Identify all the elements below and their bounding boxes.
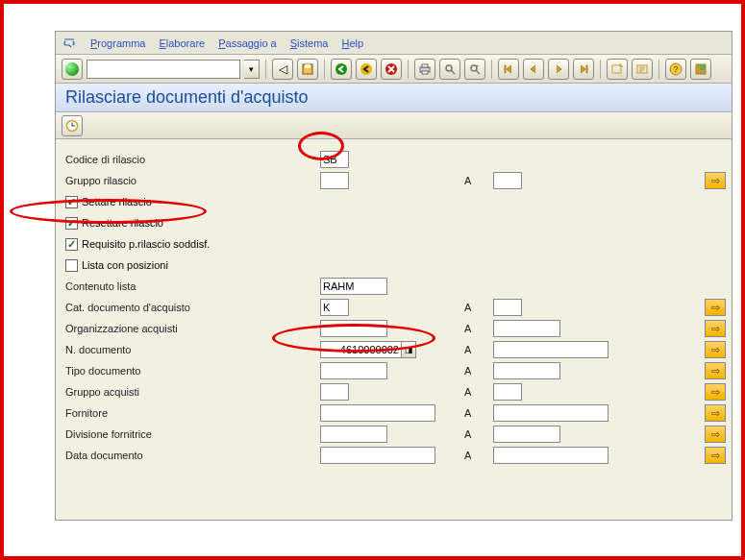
label-org-acq: Organizzazione acquisti	[65, 323, 258, 334]
contenuto-input[interactable]	[320, 278, 387, 295]
execute-button[interactable]	[62, 115, 83, 136]
label-fornitore: Fornitore	[65, 407, 258, 419]
cancel-icon[interactable]	[381, 59, 402, 80]
label-div-forn: Divisione fornitrice	[65, 428, 258, 440]
svg-line-9	[451, 70, 455, 74]
menu-elaborare[interactable]: Elaborare	[159, 37, 205, 49]
org-acq-input[interactable]	[320, 320, 387, 337]
help-icon[interactable]: ?	[665, 59, 686, 80]
org-acq-to-input[interactable]	[493, 320, 560, 337]
system-menu-icon[interactable]	[62, 36, 77, 51]
svg-point-3	[360, 63, 372, 75]
fornitore-input[interactable]	[320, 404, 435, 422]
data-doc-input[interactable]	[320, 447, 435, 464]
cat-doc-to-input[interactable]	[493, 299, 522, 316]
nav-exit-icon[interactable]	[356, 59, 377, 80]
to-label: A	[464, 386, 471, 398]
multi-select-gruppo-rilascio[interactable]: ⇨	[705, 172, 726, 189]
svg-line-11	[476, 70, 480, 74]
label-codice-rilascio: Codice di rilascio	[65, 154, 258, 165]
n-doc-to-input[interactable]	[493, 341, 608, 358]
label-resettare: Resettare rilascio	[82, 217, 163, 229]
tipo-doc-to-input[interactable]	[493, 362, 560, 379]
next-page-icon[interactable]	[548, 59, 569, 80]
label-n-doc: N. documento	[65, 344, 258, 355]
svg-text:+: +	[476, 62, 480, 68]
prev-page-icon[interactable]	[523, 59, 544, 80]
label-lista: Lista con posizioni	[82, 259, 168, 271]
svg-rect-18	[700, 64, 706, 70]
find-next-icon[interactable]: +	[464, 59, 485, 80]
layout-icon[interactable]	[690, 59, 711, 80]
to-label: A	[464, 175, 471, 186]
multi-select-gruppo-acq[interactable]: ⇨	[705, 383, 726, 401]
svg-rect-6	[422, 64, 428, 67]
svg-rect-1	[305, 64, 310, 68]
command-field[interactable]	[87, 60, 240, 79]
page-title: Rilasciare documenti d'acquisto	[56, 84, 732, 112]
label-tipo-doc: Tipo documento	[65, 365, 258, 377]
menu-sistema[interactable]: Sistema	[290, 37, 329, 49]
data-doc-to-input[interactable]	[493, 447, 608, 464]
multi-select-div-forn[interactable]: ⇨	[705, 426, 726, 443]
to-label: A	[464, 428, 471, 440]
multi-select-tipo-doc[interactable]: ⇨	[705, 362, 726, 379]
gruppo-acq-to-input[interactable]	[493, 383, 522, 401]
to-label: A	[464, 407, 471, 419]
codice-rilascio-input[interactable]	[320, 151, 349, 168]
to-label: A	[464, 450, 471, 461]
tipo-doc-input[interactable]	[320, 362, 387, 379]
checkbox-lista[interactable]	[65, 259, 78, 272]
new-session-icon[interactable]	[607, 59, 628, 80]
label-requisito: Requisito p.rilascio soddisf.	[82, 238, 210, 250]
label-contenuto: Contenuto lista	[65, 280, 258, 292]
multi-select-org-acq[interactable]: ⇨	[705, 320, 726, 337]
svg-text:?: ?	[674, 64, 679, 74]
menu-help[interactable]: Help	[341, 37, 363, 49]
label-gruppo-rilascio: Gruppo rilascio	[65, 175, 258, 186]
gruppo-acq-input[interactable]	[320, 383, 349, 401]
print-icon[interactable]	[414, 59, 435, 80]
last-page-icon[interactable]	[573, 59, 594, 80]
checkbox-resettare[interactable]	[65, 217, 78, 230]
enter-button[interactable]	[62, 59, 83, 80]
multi-select-n-doc[interactable]: ⇨	[705, 341, 726, 358]
fornitore-to-input[interactable]	[493, 404, 608, 422]
label-settare: Settare rilascio	[82, 196, 152, 207]
to-label: A	[464, 365, 471, 377]
save-icon[interactable]	[297, 59, 318, 80]
svg-rect-7	[422, 71, 428, 74]
nav-back-icon[interactable]	[331, 59, 352, 80]
shortcut-icon[interactable]	[632, 59, 653, 80]
to-label: A	[464, 302, 471, 313]
div-forn-input[interactable]	[320, 426, 387, 443]
find-icon[interactable]	[439, 59, 460, 80]
label-cat-doc: Cat. documento d'acquisto	[65, 302, 258, 313]
command-dropdown[interactable]: ▾	[244, 60, 260, 79]
first-page-icon[interactable]	[498, 59, 519, 80]
multi-select-data-doc[interactable]: ⇨	[705, 447, 726, 464]
checkbox-requisito[interactable]	[65, 238, 78, 251]
to-label: A	[464, 323, 471, 334]
label-gruppo-acq: Gruppo acquisti	[65, 386, 258, 398]
svg-point-2	[335, 63, 347, 75]
back-icon[interactable]: ◁	[272, 59, 293, 80]
menu-passaggio[interactable]: Passaggio a	[218, 37, 277, 49]
label-data-doc: Data documento	[65, 450, 258, 461]
f4-help-n-doc[interactable]: ◨	[401, 341, 416, 358]
cat-doc-input[interactable]	[320, 299, 349, 316]
n-doc-input[interactable]	[320, 341, 402, 358]
to-label: A	[464, 344, 471, 355]
checkbox-settare[interactable]	[65, 196, 78, 208]
multi-select-cat-doc[interactable]: ⇨	[705, 299, 726, 316]
multi-select-fornitore[interactable]: ⇨	[705, 404, 726, 422]
gruppo-rilascio-input[interactable]	[320, 172, 349, 189]
menu-programma[interactable]: Programma	[90, 37, 145, 49]
div-forn-to-input[interactable]	[493, 426, 560, 443]
gruppo-rilascio-to-input[interactable]	[493, 172, 522, 189]
